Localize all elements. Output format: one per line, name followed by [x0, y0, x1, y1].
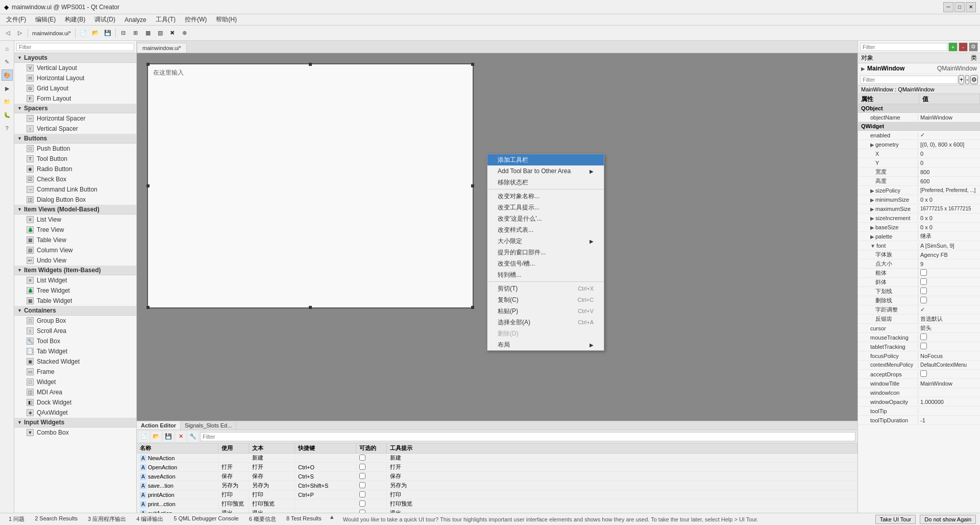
- handle-tm[interactable]: [309, 63, 312, 66]
- section-input-widgets[interactable]: ▼ Input Widgets: [14, 418, 136, 427]
- widget-group-box[interactable]: □ Group Box: [14, 316, 136, 326]
- property-remove-button[interactable]: -: [965, 75, 969, 84]
- widget-widget[interactable]: □ Widget: [14, 377, 136, 387]
- section-buttons[interactable]: ▼ Buttons: [14, 134, 136, 144]
- widget-stacked-widget[interactable]: ▣ Stacked Widget: [14, 356, 136, 367]
- prop-row-antialias[interactable]: 反锯齿 首选默认: [858, 315, 980, 324]
- design-canvas[interactable]: 在这里输入: [147, 63, 474, 308]
- widget-column-view[interactable]: ▧ Column View: [14, 245, 136, 255]
- mode-welcome[interactable]: ⌂: [2, 43, 13, 54]
- strikeout-checkbox[interactable]: [920, 297, 927, 303]
- handle-bm[interactable]: [309, 306, 312, 309]
- widget-qax-widget[interactable]: ◈ QAxWidget: [14, 408, 136, 418]
- menu-debug[interactable]: 调试(D): [90, 14, 119, 25]
- prop-row-font[interactable]: ▼font A [SimSun, 9]: [858, 241, 980, 250]
- widget-h-spacer[interactable]: ↔ Horizontal Spacer: [14, 113, 136, 124]
- toolbar-layout-v[interactable]: ⊞: [130, 28, 141, 39]
- cm-add-toolbar[interactable]: 添加工具栏: [487, 154, 604, 165]
- prop-row-windowicon[interactable]: windowIcon: [858, 388, 980, 397]
- take-tour-button[interactable]: Take UI Tour: [875, 515, 916, 524]
- prop-row-geometry[interactable]: ▶geometry [(0, 0), 800 x 600]: [858, 140, 980, 149]
- widget-filter-input[interactable]: [16, 43, 134, 51]
- toolbar-layout-h[interactable]: ⊟: [118, 28, 129, 39]
- action-delete[interactable]: ✕: [176, 432, 186, 442]
- mode-project[interactable]: 📁: [2, 96, 13, 107]
- action-open[interactable]: 📂: [151, 432, 161, 442]
- minimize-button[interactable]: ─: [943, 2, 953, 12]
- action-row-new[interactable]: A NewAction 新建 新建: [137, 454, 857, 463]
- cm-copy[interactable]: 复制(C) Ctrl+C: [487, 294, 604, 305]
- toolbar-open[interactable]: 📂: [90, 28, 101, 39]
- widget-push-button[interactable]: □ Push Button: [14, 144, 136, 154]
- cm-cut[interactable]: 剪切(T) Ctrl+X: [487, 283, 604, 294]
- cm-promote[interactable]: 提升的窗口部件...: [487, 247, 604, 258]
- section-spacers[interactable]: ▼ Spacers: [14, 104, 136, 113]
- menu-window[interactable]: 控件(W): [181, 14, 211, 25]
- widget-tree-view[interactable]: 🌲 Tree View: [14, 225, 136, 235]
- prop-row-minsize[interactable]: ▶minimumSize 0 x 0: [858, 195, 980, 204]
- widget-radio-button[interactable]: ◉ Radio Button: [14, 164, 136, 174]
- cm-layout[interactable]: 布局 ▶: [487, 339, 604, 350]
- prop-row-italic[interactable]: 斜体: [858, 278, 980, 287]
- widget-horizontal-layout[interactable]: H Horizontal Layout: [14, 73, 136, 83]
- row-print-checkbox[interactable]: [359, 491, 365, 497]
- prop-row-height[interactable]: 高度 600: [858, 177, 980, 186]
- status-tab-appoutput[interactable]: 3 应用程序输出: [83, 514, 131, 524]
- prop-row-maxsize[interactable]: ▶maximumSize 16777215 x 16777215: [858, 204, 980, 213]
- prop-row-bold[interactable]: 粗体: [858, 269, 980, 278]
- widget-tree-widget[interactable]: 🌲 Tree Widget: [14, 285, 136, 296]
- prop-row-windowtitle[interactable]: windowTitle MainWindow: [858, 379, 980, 388]
- widget-grid-layout[interactable]: G Grid Layout: [14, 83, 136, 93]
- bold-checkbox[interactable]: [920, 269, 927, 276]
- maximize-button[interactable]: □: [954, 2, 965, 12]
- cm-add-toolbar-other[interactable]: Add Tool Bar to Other Area ▶: [487, 165, 604, 177]
- prop-row-contextmenu[interactable]: contextMenuPolicy DefaultContextMenu: [858, 361, 980, 370]
- handle-br[interactable]: [471, 306, 474, 309]
- status-tab-summary[interactable]: 6 概要信息: [244, 514, 281, 524]
- object-row-mainwindow[interactable]: ▶ MainWindow QMainWindow: [858, 63, 980, 74]
- close-button[interactable]: ✕: [966, 2, 976, 12]
- prop-row-tooltipduration[interactable]: toolTipDuration -1: [858, 416, 980, 425]
- section-item-views[interactable]: ▼ Item Views (Model-Based): [14, 205, 136, 214]
- menu-edit[interactable]: 编辑(E): [31, 14, 60, 25]
- menu-file[interactable]: 文件(F): [2, 14, 30, 25]
- section-item-widgets[interactable]: ▼ Item Widgets (Item-Based): [14, 266, 136, 275]
- toolbar-new[interactable]: 📄: [78, 28, 89, 39]
- widget-v-spacer[interactable]: ↕ Vertical Spacer: [14, 124, 136, 134]
- prop-row-underline[interactable]: 下划线: [858, 287, 980, 296]
- object-add-button[interactable]: +: [948, 42, 958, 52]
- widget-table-widget[interactable]: ▦ Table Widget: [14, 296, 136, 306]
- row-new-checkbox[interactable]: [359, 455, 365, 461]
- cm-change-signal[interactable]: 改变信号/槽...: [487, 258, 604, 269]
- toolbar-adjust[interactable]: ⊕: [179, 28, 190, 39]
- prop-row-objectname[interactable]: objectName MainWindow: [858, 113, 980, 122]
- bp-tab-action-editor[interactable]: Action Editor: [137, 421, 181, 429]
- cm-remove-statusbar[interactable]: 移除状态栏: [487, 177, 604, 188]
- cm-change-stylesheet[interactable]: 改变样式表...: [487, 224, 604, 235]
- object-remove-button[interactable]: -: [959, 42, 968, 52]
- prop-row-mousetracking[interactable]: mouseTracking: [858, 333, 980, 342]
- toolbar-layout-f[interactable]: ▧: [155, 28, 166, 39]
- handle-tl[interactable]: [146, 63, 150, 66]
- action-row-saveas[interactable]: A save...tion 另存为 另存为 Ctrl+Shift+S 另存为: [137, 481, 857, 490]
- widget-list-view[interactable]: ≡ List View: [14, 214, 136, 225]
- underline-checkbox[interactable]: [920, 288, 927, 294]
- handle-tr[interactable]: [471, 63, 474, 66]
- toolbar-back[interactable]: ◁: [2, 28, 13, 39]
- tablettracking-checkbox[interactable]: [920, 343, 927, 349]
- prop-row-focuspolicy[interactable]: focusPolicy NoFocus: [858, 351, 980, 361]
- prop-row-fontfamily[interactable]: 字体族 Agency FB: [858, 250, 980, 259]
- prop-row-fontsize[interactable]: 点大小 9: [858, 259, 980, 269]
- widget-tab-widget[interactable]: 📑 Tab Widget: [14, 346, 136, 356]
- row-exit-checkbox[interactable]: [359, 510, 365, 513]
- property-filter-input[interactable]: [860, 76, 958, 84]
- menu-help[interactable]: 帮助(H): [212, 14, 241, 25]
- handle-bl[interactable]: [146, 306, 150, 309]
- menu-tools[interactable]: 工具(T): [152, 14, 180, 25]
- property-settings-button[interactable]: ⚙: [970, 75, 978, 84]
- prop-row-sizeinc[interactable]: ▶sizeIncrement 0 x 0: [858, 213, 980, 223]
- dont-show-button[interactable]: Do not show Again: [920, 515, 976, 524]
- widget-tool-box[interactable]: 🔧 Tool Box: [14, 336, 136, 346]
- widget-frame[interactable]: ▭ Frame: [14, 367, 136, 377]
- widget-tool-button[interactable]: T Tool Button: [14, 154, 136, 164]
